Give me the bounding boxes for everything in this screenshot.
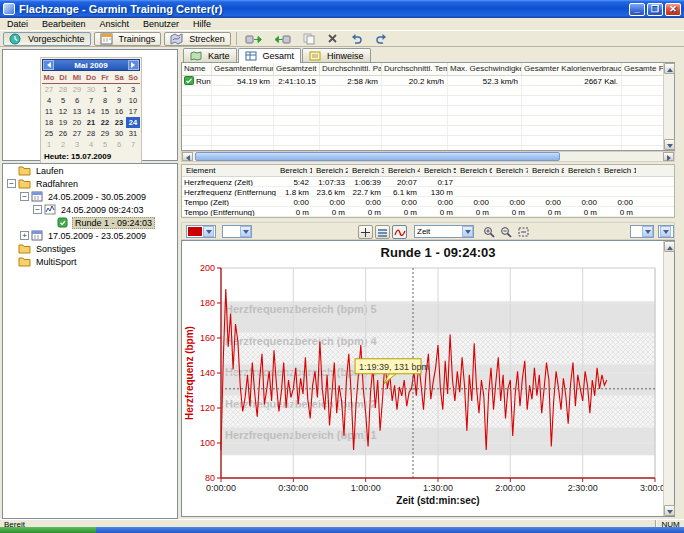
scroll-left-button[interactable] [182,152,193,161]
calendar-day[interactable]: 4 [42,95,56,106]
column-header[interactable]: Bereich 9 [564,165,600,176]
calendar-day[interactable]: 7 [126,139,140,150]
column-header[interactable]: Bereich 10 [600,165,636,176]
redo-button[interactable] [372,32,394,45]
menu-item-hilfe[interactable]: Hilfe [186,18,218,30]
scrollbar-thumb[interactable] [195,152,560,161]
calendar-day[interactable]: 30 [112,128,126,139]
chart-vertical-scrollbar[interactable] [663,241,674,516]
tree-item-24-05-2009-09-24-03[interactable]: −24.05.2009 09:24:03 [3,203,177,216]
calendar-day[interactable]: 1 [42,139,56,150]
column-header[interactable]: Durchschnittl. Pace [320,63,382,75]
column-header[interactable]: Bereich 7 [492,165,528,176]
crosshair-toggle-button[interactable] [358,225,373,239]
column-header[interactable]: Durchschnittl. Tempo [382,63,448,75]
zoom-in-button[interactable] [482,225,497,239]
menu-item-bearbeiten[interactable]: Bearbeiten [35,18,93,30]
tree-item-laufen[interactable]: Laufen [3,164,177,177]
heart-rate-chart[interactable]: Herzfrequenzbereich (bpm) 5Herzfrequenzb… [183,242,663,518]
tree-item-sonstiges[interactable]: Sonstiges [3,242,177,255]
calendar-day[interactable]: 30 [84,84,98,96]
calendar-day[interactable]: 17 [126,106,140,117]
calendar-day[interactable]: 29 [70,84,84,96]
calendar-day[interactable]: 28 [84,128,98,139]
windows-taskbar[interactable] [0,527,684,533]
scroll-down-button[interactable] [664,505,675,516]
column-header[interactable]: Name [182,63,212,75]
tree-expander-plus[interactable]: + [20,231,29,240]
column-header[interactable]: Element [182,165,276,176]
tree-item-24-05-2009-30-05-2009[interactable]: −24.05.2009 - 30.05.2009 [3,190,177,203]
calendar-day[interactable]: 8 [98,95,112,106]
tree-expander-minus[interactable]: − [7,179,16,188]
right-axis-dropdown-1[interactable] [630,225,654,238]
calendar-day[interactable]: 28 [56,84,70,96]
column-header[interactable]: Bereich 8 [528,165,564,176]
column-header[interactable]: Gesamtentfernung [212,63,274,75]
x-axis-select[interactable]: Zeit [414,225,474,238]
column-header[interactable]: Gesamte Fettkalorien [622,63,663,75]
tree-expander-minus[interactable]: − [33,205,42,214]
calendar-day[interactable]: 3 [70,139,84,150]
column-header[interactable]: Bereich 2 [312,165,348,176]
calendar-day[interactable]: 5 [56,95,70,106]
tab-hinweise[interactable]: Hinweise [302,48,371,62]
calendar-day[interactable]: 25 [42,128,56,139]
scroll-right-button[interactable] [663,152,674,161]
calendar-day[interactable]: 22 [98,117,112,128]
vorgeschichte-button[interactable]: Vorgeschichte [3,32,91,46]
calendar-day[interactable]: 15 [98,106,112,117]
calendar-day[interactable]: 3 [126,84,140,96]
start-button[interactable] [0,527,96,533]
menu-item-datei[interactable]: Datei [0,18,35,30]
calendar-prev-button[interactable] [43,60,54,70]
curve-toggle-button[interactable] [392,225,407,239]
column-header[interactable]: Bereich 1 [276,165,312,176]
calendar-day[interactable]: 23 [112,117,126,128]
menu-item-benutzer[interactable]: Benutzer [136,18,186,30]
zoom-selection-button[interactable] [516,225,531,239]
calendar-day[interactable]: 7 [84,95,98,106]
summary-horizontal-scrollbar[interactable] [181,151,675,162]
column-header[interactable]: Gesamtzeit [274,63,320,75]
calendar-day[interactable]: 13 [70,106,84,117]
copy-button[interactable] [300,32,321,45]
scroll-up-button[interactable] [664,63,675,74]
calendar-day[interactable]: 26 [56,128,70,139]
tree-item-radfahren[interactable]: −Radfahren [3,177,177,190]
column-header[interactable]: Gesamter Kalorienverbrauch [522,63,622,75]
tree-item-multisport[interactable]: MultiSport [3,255,177,268]
summary-row[interactable]: Run...54.19 km2:41:10.152:58 /km20.2 km/… [182,76,663,86]
column-header[interactable]: Bereich 4 [384,165,420,176]
menu-item-ansicht[interactable]: Ansicht [93,18,137,30]
restore-button[interactable]: ❐ [647,3,663,16]
column-header[interactable]: Bereich 6 [456,165,492,176]
column-header[interactable]: Bereich 3 [348,165,384,176]
calendar-day[interactable]: 9 [112,95,126,106]
calendar-day[interactable]: 27 [42,84,56,96]
minimize-button[interactable]: _ [629,3,645,16]
calendar-day[interactable]: 20 [70,117,84,128]
tree-item-17-05-2009-23-05-2009[interactable]: +17.05.2009 - 23.05.2009 [3,229,177,242]
calendar-day[interactable]: 19 [56,117,70,128]
calendar-day-selected[interactable]: 24 [126,117,140,128]
column-header[interactable]: Bereich 5 [420,165,456,176]
secondary-series-dropdown[interactable] [222,225,252,238]
column-header[interactable]: Max. Geschwindigkeit [448,63,522,75]
calendar-day[interactable]: 2 [112,84,126,96]
calendar-day[interactable]: 6 [112,139,126,150]
calendar-day[interactable]: 4 [84,139,98,150]
calendar-day[interactable]: 1 [98,84,112,96]
tab-gesamt[interactable]: Gesamt [238,48,302,63]
series-color-dropdown[interactable] [186,225,216,238]
calendar-day[interactable]: 10 [126,95,140,106]
tree-expander-minus[interactable]: − [20,192,29,201]
zone-bands-toggle-button[interactable] [375,225,390,239]
summary-vertical-scrollbar[interactable] [663,63,674,150]
calendar-day[interactable]: 14 [84,106,98,117]
calendar-day[interactable]: 16 [112,106,126,117]
calendar-day[interactable]: 6 [70,95,84,106]
close-button[interactable]: ✕ [665,3,681,16]
tree-item-runde-1-09-24-03[interactable]: Runde 1 - 09:24:03 [3,216,177,229]
calendar-day[interactable]: 11 [42,106,56,117]
